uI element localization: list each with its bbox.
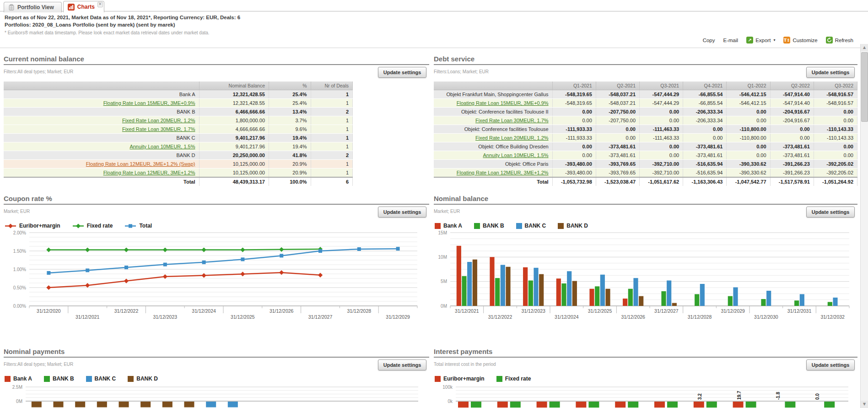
legend-item-fixed-rate[interactable]: Fixed rate [496,375,531,382]
x-axis-label: 31/12/2025 [588,308,612,314]
table-row: Floating Rate Loan 15MEUR, 3ME+0.9%12,32… [4,99,353,108]
customize-button[interactable]: T↕ Customize [783,37,817,44]
deal-link[interactable]: Floating Rate Loan 12MEUR, 3ME+1.2% (Swa… [86,161,195,167]
update-settings-button[interactable]: Update settings [378,207,426,218]
cell-value: 0.00 [814,108,857,116]
column-header[interactable]: Q1-2022 [727,82,770,90]
cell-value: -547,444.29 [640,99,683,108]
legend-item-bank-b[interactable]: BANK B [474,223,504,229]
deal-link[interactable]: Fixed Rate Loan 30MEUR, 1.7% [475,118,549,123]
data-point [279,270,284,275]
legend-item-bank-a[interactable]: Bank A [5,375,32,382]
report-header: Report as of Nov 22, 2021, Market Data a… [5,14,240,35]
deal-link[interactable]: Floating Rate Loan 15MEUR, 3ME+0.9% [103,100,195,106]
bar-euribor-margin [694,402,704,408]
deal-link[interactable]: Fixed Rate Loan 20MEUR, 1.2% [122,118,195,123]
table-row: Objekt: Conference facilites Toulouse II… [434,108,857,116]
legend-item-bank-a[interactable]: Bank A [435,223,462,229]
bar-bank-d [54,402,64,407]
cell-value: 10,125,000.00 [199,160,269,169]
cell-value: 0.00 [727,116,770,125]
update-settings-button[interactable]: Update settings [378,359,426,370]
vertical-scrollbar[interactable]: ▲ ▼ [860,44,868,408]
scroll-up-icon[interactable]: ▲ [861,44,868,51]
panel-title: Debt service [434,52,857,63]
cell-value: 1 [311,99,353,108]
column-header[interactable]: Nominal Balance [199,82,269,90]
legend-label: Euribor+margin [443,375,485,382]
x-axis-label: 31/12/2029 [386,314,410,320]
deal-link[interactable]: Annuity Loan 10MEUR, 1.5% [129,144,195,149]
email-button[interactable]: E-mail [723,38,739,43]
x-axis-label: 31/12/2030 [754,314,778,320]
legend-item-fixed-rate[interactable]: Fixed rate [72,223,113,229]
bar-fixed-rate [746,402,756,408]
bar-bank-b [495,278,500,306]
legend-item-euribor-margin[interactable]: Euribor+margin [435,375,485,382]
cell-value: 3.7% [269,116,311,125]
legend-label: BANK D [566,223,588,229]
x-axis-label: 31/12/2026 [270,308,294,314]
legend-item-bank-d[interactable]: BANK D [558,223,588,229]
cell-value: -547,914.40 [770,99,814,108]
update-settings-button[interactable]: Update settings [378,67,426,78]
cell-value: -548,916.57 [814,90,857,99]
legend-swatch [5,376,11,382]
refresh-label: Refresh [835,38,853,43]
cell-value: 1 [311,169,353,178]
column-header[interactable] [4,82,199,90]
update-settings-button[interactable]: Update settings [806,359,855,370]
legend-item-euribor-margin[interactable]: Euribor+margin [5,223,60,229]
column-header[interactable]: Q1-2021 [552,82,596,90]
column-header[interactable] [434,82,552,90]
group-label: BANK B [4,108,199,116]
deal-link[interactable]: Floating Rate Loan 12MEUR, 3ME+1.2% [103,170,195,175]
deal-link[interactable]: Annuity Loan 10MEUR, 1.5% [483,152,549,158]
deal-link[interactable]: Floating Rate Loan 12MEUR, 3ME+1.2% [457,170,549,175]
deal-link[interactable]: Fixed Rate Loan 20MEUR, 1.2% [475,135,549,141]
export-button[interactable]: ↗ Export ▾ [746,37,775,44]
table-row: Bank A12,321,428.5525.4%1 [4,90,353,99]
scrollbar-thumb[interactable] [861,52,868,122]
legend-item-bank-b[interactable]: BANK B [44,375,74,382]
deal-link[interactable]: Floating Rate Loan 15MEUR, 3ME+0.9% [457,100,549,106]
update-settings-button[interactable]: Update settings [806,207,855,218]
refresh-button[interactable]: Refresh [826,37,853,44]
column-header[interactable]: Q4-2021 [683,82,727,90]
cell-value: -207,750.00 [596,116,639,125]
cell-value: 4,666,666.66 [199,125,269,134]
report-summary-line: Report as of Nov 22, 2021, Market Data a… [5,14,240,21]
column-header[interactable]: Q2-2021 [596,82,639,90]
bar-bank-c [733,287,738,306]
copy-button[interactable]: Copy [703,38,715,43]
legend-item-bank-c[interactable]: BANK C [86,375,116,382]
toolbar: Copy E-mail ↗ Export ▾ T↕ Customize Refr… [703,37,853,44]
legend-item-bank-d[interactable]: BANK D [128,375,158,382]
tab-charts[interactable]: Charts ✕ [63,1,104,12]
export-label: Export [755,38,771,43]
charts-icon [68,4,75,11]
column-header[interactable]: % [269,82,311,90]
bar-bank-b [828,302,832,306]
tab-portfolio-view[interactable]: Portfolio View [4,2,62,12]
legend-item-total[interactable]: Total [124,223,152,229]
cell-value: -393,480.00 [552,160,596,169]
legend-item-bank-c[interactable]: BANK C [516,223,546,229]
cell-value: -207,750.00 [596,108,639,116]
bar-bank-d [605,289,610,306]
update-settings-button[interactable]: Update settings [806,67,855,78]
coupon-rate-legend: Euribor+marginFixed rateTotal [4,221,429,230]
cell-value: 0.00 [596,125,639,134]
bar-euribor-margin [615,402,625,408]
total-value: -1,053,732.98 [552,177,596,186]
column-header[interactable]: Q3-2021 [640,82,683,90]
close-icon[interactable]: ✕ [97,2,103,7]
column-header[interactable]: Nr of Deals [311,82,353,90]
tab-label: Charts [77,4,95,10]
column-header[interactable]: Q2-2022 [770,82,814,90]
data-point [202,248,206,252]
scroll-down-icon[interactable]: ▼ [861,401,868,408]
bar-euribor-margin [458,402,469,408]
deal-link[interactable]: Fixed Rate Loan 30MEUR, 1.7% [122,126,195,132]
column-header[interactable]: Q3-2022 [814,82,857,90]
